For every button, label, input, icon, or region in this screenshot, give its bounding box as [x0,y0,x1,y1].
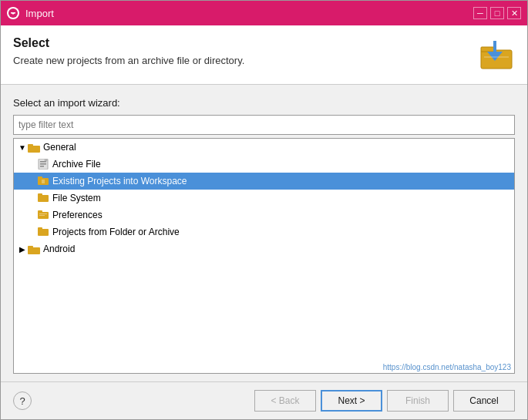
next-button[interactable]: Next > [321,390,382,412]
svg-rect-7 [484,56,509,58]
svg-rect-12 [40,163,46,165]
svg-rect-16 [38,176,42,180]
footer: ? < Back Next > Finish Cancel [1,381,527,419]
svg-rect-9 [28,144,33,147]
android-label: Android [43,244,75,254]
filter-input[interactable] [13,115,515,135]
svg-rect-22 [39,213,47,214]
footer-buttons: < Back Next > Finish Cancel [32,390,515,412]
svg-rect-17 [42,180,45,183]
header-title: Select [13,36,470,50]
title-text: Import [25,8,467,19]
title-bar: Import ─ □ ✕ [1,1,527,25]
back-button[interactable]: < Back [254,390,316,412]
file-system-icon [37,193,49,203]
maximize-button[interactable]: □ [490,7,504,19]
existing-projects-icon [37,176,49,186]
content-area: Select an import wizard: ▼ General [1,85,527,381]
folder-icon-general [28,142,40,153]
tree-item-archive-file[interactable]: Archive File [14,156,514,173]
cancel-button[interactable]: Cancel [453,390,515,412]
close-button[interactable]: ✕ [507,7,521,19]
header-text: Select Create new projects from an archi… [13,36,470,66]
import-dialog: Import ─ □ ✕ Select Create new projects … [0,0,528,420]
wizard-label: Select an import wizard: [13,97,515,109]
svg-rect-25 [38,227,42,230]
archive-file-icon [37,159,49,170]
general-label: General [43,142,76,153]
arrow-general: ▼ [17,142,28,153]
svg-rect-19 [38,193,42,197]
finish-button[interactable]: Finish [387,390,449,412]
tree-item-preferences[interactable]: Preferences [14,207,514,223]
projects-folder-label: Projects from Folder or Archive [52,227,180,237]
header-section: Select Create new projects from an archi… [1,25,527,85]
tree-container[interactable]: ▼ General [13,138,515,374]
existing-projects-label: Existing Projects into Workspace [52,176,187,186]
projects-folder-icon [37,227,49,237]
help-button[interactable]: ? [13,391,32,410]
tree-group-android[interactable]: ▶ Android [14,240,514,257]
watermark: https://blog.csdn.net/natasha_boy123 [383,363,511,371]
tree-item-projects-folder[interactable]: Projects from Folder or Archive [14,223,514,240]
preferences-label: Preferences [52,210,103,220]
svg-rect-23 [39,215,45,216]
header-description: Create new projects from an archive file… [13,55,470,66]
folder-icon-android [28,244,40,254]
tree-group-general[interactable]: ▼ General [14,139,514,156]
svg-rect-13 [40,166,44,167]
svg-rect-27 [28,246,33,249]
svg-rect-4 [481,47,495,52]
file-system-label: File System [52,193,101,203]
title-controls: ─ □ ✕ [473,7,521,19]
archive-file-label: Archive File [52,159,101,170]
arrow-android: ▶ [17,244,28,254]
svg-rect-5 [493,41,496,53]
svg-rect-14 [45,159,47,161]
dialog-icon [7,7,19,19]
preferences-icon [37,210,49,220]
svg-rect-21 [38,210,42,213]
tree-item-file-system[interactable]: File System [14,190,514,207]
header-import-icon [478,36,515,73]
tree-item-existing-projects[interactable]: Existing Projects into Workspace [14,173,514,190]
minimize-button[interactable]: ─ [473,7,487,19]
